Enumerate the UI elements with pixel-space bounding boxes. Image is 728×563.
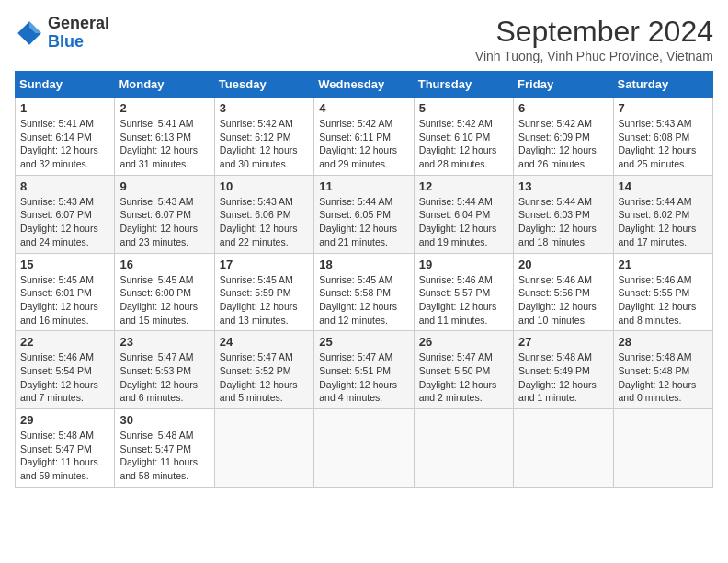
day-info: Sunrise: 5:42 AMSunset: 6:12 PMDaylight:…: [220, 117, 309, 171]
day-number: 27: [518, 335, 608, 349]
table-row: 18 Sunrise: 5:45 AMSunset: 5:58 PMDaylig…: [314, 253, 414, 331]
table-row: 30 Sunrise: 5:48 AMSunset: 5:47 PMDaylig…: [115, 409, 214, 488]
day-info: Sunrise: 5:46 AMSunset: 5:57 PMDaylight:…: [419, 273, 508, 327]
table-row: [214, 409, 313, 488]
weekday-header-monday: Monday: [115, 72, 214, 98]
day-info: Sunrise: 5:44 AMSunset: 6:04 PMDaylight:…: [419, 195, 508, 249]
table-row: [414, 409, 513, 488]
day-info: Sunrise: 5:44 AMSunset: 6:05 PMDaylight:…: [319, 195, 408, 249]
table-row: [613, 409, 712, 488]
table-row: 24 Sunrise: 5:47 AMSunset: 5:52 PMDaylig…: [214, 331, 313, 409]
table-row: 4 Sunrise: 5:42 AMSunset: 6:11 PMDayligh…: [314, 98, 414, 176]
day-info: Sunrise: 5:45 AMSunset: 6:00 PMDaylight:…: [119, 273, 209, 327]
day-info: Sunrise: 5:48 AMSunset: 5:49 PMDaylight:…: [518, 350, 608, 405]
table-row: 17 Sunrise: 5:45 AMSunset: 5:59 PMDaylig…: [214, 253, 313, 331]
day-number: 7: [619, 101, 708, 115]
weekday-header-friday: Friday: [514, 72, 613, 98]
day-number: 6: [518, 101, 608, 115]
table-row: [314, 409, 414, 488]
weekday-header-wednesday: Wednesday: [314, 72, 414, 98]
table-row: 20 Sunrise: 5:46 AMSunset: 5:56 PMDaylig…: [514, 253, 613, 331]
day-info: Sunrise: 5:42 AMSunset: 6:10 PMDaylight:…: [419, 117, 508, 171]
day-info: Sunrise: 5:44 AMSunset: 6:02 PMDaylight:…: [619, 195, 708, 249]
calendar-table: SundayMondayTuesdayWednesdayThursdayFrid…: [15, 71, 713, 488]
weekday-header-thursday: Thursday: [414, 72, 513, 98]
day-number: 15: [20, 258, 109, 271]
day-number: 26: [419, 335, 508, 349]
day-number: 17: [220, 258, 309, 271]
table-row: 29 Sunrise: 5:48 AMSunset: 5:47 PMDaylig…: [16, 409, 115, 488]
table-row: 8 Sunrise: 5:43 AMSunset: 6:07 PMDayligh…: [16, 175, 115, 253]
table-row: 25 Sunrise: 5:47 AMSunset: 5:51 PMDaylig…: [314, 331, 414, 409]
table-row: 16 Sunrise: 5:45 AMSunset: 6:00 PMDaylig…: [115, 253, 214, 331]
day-number: 24: [220, 335, 309, 349]
day-number: 29: [20, 413, 109, 427]
day-number: 30: [119, 413, 209, 427]
day-info: Sunrise: 5:48 AMSunset: 5:47 PMDaylight:…: [119, 429, 209, 483]
day-number: 25: [319, 335, 408, 349]
title-block: September 2024 Vinh Tuong, Vinh Phuc Pro…: [475, 15, 713, 63]
day-number: 16: [119, 258, 209, 271]
day-number: 4: [319, 101, 408, 115]
day-info: Sunrise: 5:43 AMSunset: 6:06 PMDaylight:…: [220, 195, 309, 249]
day-number: 21: [619, 258, 708, 271]
day-number: 23: [119, 335, 209, 349]
weekday-header-tuesday: Tuesday: [214, 72, 313, 98]
day-info: Sunrise: 5:41 AMSunset: 6:13 PMDaylight:…: [119, 117, 209, 171]
table-row: 1 Sunrise: 5:41 AMSunset: 6:14 PMDayligh…: [16, 98, 115, 176]
weekday-header-sunday: Sunday: [16, 72, 115, 98]
day-number: 8: [20, 179, 109, 193]
day-number: 14: [619, 179, 708, 193]
table-row: 5 Sunrise: 5:42 AMSunset: 6:10 PMDayligh…: [414, 98, 513, 176]
day-number: 19: [419, 258, 508, 271]
table-row: 2 Sunrise: 5:41 AMSunset: 6:13 PMDayligh…: [115, 98, 214, 176]
table-row: 22 Sunrise: 5:46 AMSunset: 5:54 PMDaylig…: [16, 331, 115, 409]
logo-icon: [15, 18, 44, 48]
day-number: 18: [319, 258, 408, 271]
day-number: 28: [619, 335, 708, 349]
day-info: Sunrise: 5:43 AMSunset: 6:08 PMDaylight:…: [619, 117, 708, 171]
day-info: Sunrise: 5:46 AMSunset: 5:55 PMDaylight:…: [619, 273, 708, 327]
table-row: [514, 409, 613, 488]
location-subtitle: Vinh Tuong, Vinh Phuc Province, Vietnam: [475, 49, 713, 63]
day-info: Sunrise: 5:47 AMSunset: 5:52 PMDaylight:…: [220, 350, 309, 405]
table-row: 9 Sunrise: 5:43 AMSunset: 6:07 PMDayligh…: [115, 175, 214, 253]
logo-text: General Blue: [48, 15, 109, 52]
day-info: Sunrise: 5:42 AMSunset: 6:09 PMDaylight:…: [518, 117, 608, 171]
day-info: Sunrise: 5:41 AMSunset: 6:14 PMDaylight:…: [20, 117, 109, 171]
day-info: Sunrise: 5:42 AMSunset: 6:11 PMDaylight:…: [319, 117, 408, 171]
table-row: 10 Sunrise: 5:43 AMSunset: 6:06 PMDaylig…: [214, 175, 313, 253]
page-header: General Blue September 2024 Vinh Tuong, …: [15, 15, 713, 63]
day-info: Sunrise: 5:43 AMSunset: 6:07 PMDaylight:…: [20, 195, 109, 249]
day-number: 5: [419, 101, 508, 115]
day-number: 2: [119, 101, 209, 115]
table-row: 13 Sunrise: 5:44 AMSunset: 6:03 PMDaylig…: [514, 175, 613, 253]
day-number: 3: [220, 101, 309, 115]
day-info: Sunrise: 5:46 AMSunset: 5:56 PMDaylight:…: [518, 273, 608, 327]
day-number: 11: [319, 179, 408, 193]
day-info: Sunrise: 5:45 AMSunset: 6:01 PMDaylight:…: [20, 273, 109, 327]
day-number: 12: [419, 179, 508, 193]
table-row: 11 Sunrise: 5:44 AMSunset: 6:05 PMDaylig…: [314, 175, 414, 253]
day-info: Sunrise: 5:48 AMSunset: 5:47 PMDaylight:…: [20, 429, 109, 483]
day-number: 22: [20, 335, 109, 349]
day-info: Sunrise: 5:47 AMSunset: 5:51 PMDaylight:…: [319, 350, 408, 405]
day-info: Sunrise: 5:46 AMSunset: 5:54 PMDaylight:…: [20, 350, 109, 405]
table-row: 7 Sunrise: 5:43 AMSunset: 6:08 PMDayligh…: [613, 98, 712, 176]
day-info: Sunrise: 5:45 AMSunset: 5:59 PMDaylight:…: [220, 273, 309, 327]
logo: General Blue: [15, 15, 109, 52]
table-row: 26 Sunrise: 5:47 AMSunset: 5:50 PMDaylig…: [414, 331, 513, 409]
day-info: Sunrise: 5:47 AMSunset: 5:53 PMDaylight:…: [119, 350, 209, 405]
day-number: 9: [119, 179, 209, 193]
table-row: 27 Sunrise: 5:48 AMSunset: 5:49 PMDaylig…: [514, 331, 613, 409]
day-info: Sunrise: 5:43 AMSunset: 6:07 PMDaylight:…: [119, 195, 209, 249]
table-row: 3 Sunrise: 5:42 AMSunset: 6:12 PMDayligh…: [214, 98, 313, 176]
day-number: 13: [518, 179, 608, 193]
table-row: 14 Sunrise: 5:44 AMSunset: 6:02 PMDaylig…: [613, 175, 712, 253]
day-info: Sunrise: 5:44 AMSunset: 6:03 PMDaylight:…: [518, 195, 608, 249]
weekday-header-saturday: Saturday: [613, 72, 712, 98]
day-number: 20: [518, 258, 608, 271]
table-row: 21 Sunrise: 5:46 AMSunset: 5:55 PMDaylig…: [613, 253, 712, 331]
day-info: Sunrise: 5:48 AMSunset: 5:48 PMDaylight:…: [619, 350, 708, 405]
day-number: 1: [20, 101, 109, 115]
